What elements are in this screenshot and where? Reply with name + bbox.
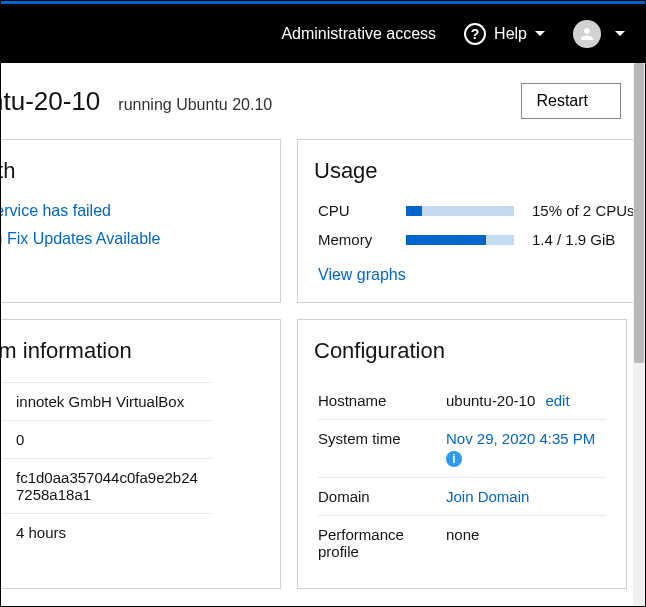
info-icon[interactable]: i [446,451,462,467]
table-row: t tag0 [1,421,212,459]
usage-mem-value: 1.4 / 1.9 GiB [532,231,635,248]
avatar-icon [573,20,601,48]
config-systime-key: System time [318,430,428,447]
restart-button[interactable]: Restart [521,83,621,119]
config-systime-row: System time Nov 29, 2020 4:35 PM i [318,419,606,477]
hostname-edit-link[interactable]: edit [545,392,569,409]
usage-cpu-row: CPU 15% of 2 CPUs [318,202,635,219]
page-body: ntu-20-10 running Ubuntu 20.10 Restart a… [1,63,645,607]
config-domain-row: Domain Join Domain [318,477,606,515]
restart-label: Restart [536,92,588,110]
table-row: ninefc1d0aa357044c0fa9e2b247258a18a1 [1,459,212,514]
table-row: elinnotek GmbH VirtualBox [1,383,212,421]
config-hostname-key: Hostname [318,392,428,409]
table-key: t tag [1,421,8,459]
usage-cpu-value: 15% of 2 CPUs [532,202,635,219]
usage-mem-label: Memory [318,231,388,248]
usage-cpu-label: CPU [318,202,388,219]
config-perf-key: Performance profile [318,526,428,560]
page-header: ntu-20-10 running Ubuntu 20.10 Restart [1,63,645,139]
config-hostname-row: Hostname ubuntu-20-10 edit [318,382,606,419]
table-val: 0 [8,421,212,459]
chevron-down-icon [615,31,625,36]
usage-card: Usage CPU 15% of 2 CPUs Memory 1.4 / 1.9… [297,139,645,303]
system-info-table: elinnotek GmbH VirtualBoxt tag0ninefc1d0… [1,382,212,551]
help-icon: ? [464,23,486,45]
config-domain-key: Domain [318,488,428,505]
table-key: nine [1,459,8,514]
view-graphs-link[interactable]: View graphs [318,266,635,284]
top-bar: Administrative access ? Help [1,1,645,63]
system-info-card: tem information elinnotek GmbH VirtualBo… [1,319,281,589]
help-label: Help [494,25,527,43]
scrollbar-track[interactable] [633,63,645,607]
health-card: alth 1 service has failed Bug Fix Update… [1,139,281,303]
chevron-down-icon [535,31,545,36]
user-menu[interactable] [573,20,625,48]
admin-access-label[interactable]: Administrative access [281,25,436,43]
config-hostname-val: ubuntu-20-10 edit [446,392,606,409]
usage-mem-row: Memory 1.4 / 1.9 GiB [318,231,635,248]
page-subtitle: running Ubuntu 20.10 [118,96,272,114]
table-key: me [1,514,8,552]
configuration-card: Configuration Hostname ubuntu-20-10 edit… [297,319,627,589]
configuration-title: Configuration [314,338,606,364]
table-key: el [1,383,8,421]
join-domain-link[interactable]: Join Domain [446,488,606,505]
config-perf-val: none [446,526,606,543]
system-time-link[interactable]: Nov 29, 2020 4:35 PM [446,430,595,447]
table-val: innotek GmbH VirtualBox [8,383,212,421]
mem-bar [406,235,514,245]
table-row: me4 hours [1,514,212,552]
page-title: ntu-20-10 [1,86,100,117]
cpu-bar-fill [406,206,422,216]
health-failed-link[interactable]: 1 service has failed [1,202,260,220]
table-val: fc1d0aa357044c0fa9e2b247258a18a1 [8,459,212,514]
system-info-title: tem information [1,338,260,364]
help-menu[interactable]: ? Help [464,23,545,45]
health-title: alth [1,158,260,184]
config-systime-val: Nov 29, 2020 4:35 PM i [446,430,606,467]
health-updates-link[interactable]: Bug Fix Updates Available [1,230,260,248]
config-perf-row: Performance profile none [318,515,606,570]
cpu-bar [406,206,514,216]
table-val: 4 hours [8,514,212,552]
usage-title: Usage [314,158,635,184]
mem-bar-fill [406,235,486,245]
